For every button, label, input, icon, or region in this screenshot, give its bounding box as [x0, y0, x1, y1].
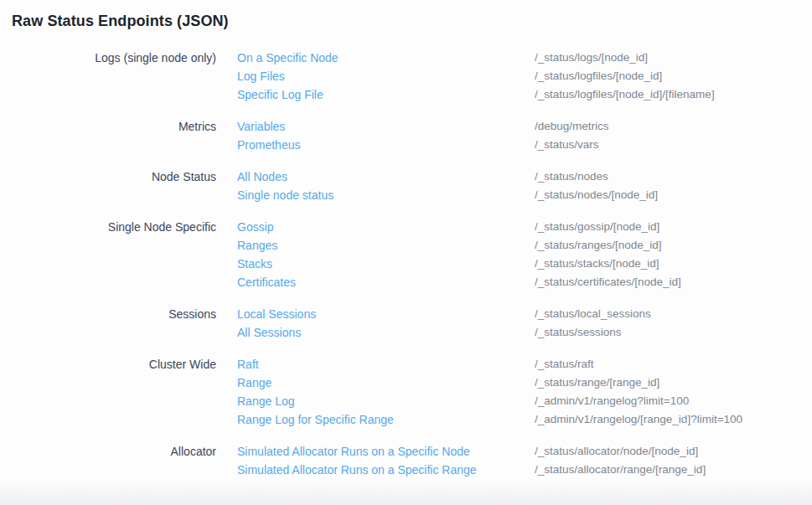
links-column: All NodesSingle node status: [237, 167, 514, 204]
endpoint-section: Node StatusAll NodesSingle node status/_…: [0, 167, 812, 204]
endpoint-path: /_status/certificates/[node_id]: [535, 273, 812, 291]
endpoint-path: /_status/allocator/node/[node_id]: [535, 442, 812, 461]
endpoint-path: /_status/gossip/[node_id]: [535, 218, 812, 236]
paths-column: /_status/gossip/[node_id]/_status/ranges…: [535, 218, 812, 291]
endpoint-path: /_status/nodes/[node_id]: [535, 186, 812, 204]
endpoint-link[interactable]: Single node status: [237, 186, 334, 204]
endpoint-path: /_status/logs/[node_id]: [535, 49, 812, 67]
category-label: Metrics: [0, 117, 216, 154]
endpoint-link[interactable]: Prometheus: [237, 136, 300, 154]
endpoint-path: /_status/allocator/range/[range_id]: [535, 461, 812, 479]
paths-column: /debug/metrics/_status/vars: [535, 117, 812, 154]
links-column: VariablesPrometheus: [237, 117, 514, 154]
category-label: Node Status: [0, 167, 216, 204]
endpoint-path: /_status/logfiles/[node_id]: [535, 67, 812, 85]
paths-column: /_status/logs/[node_id]/_status/logfiles…: [535, 49, 812, 104]
page-title: Raw Status Endpoints (JSON): [0, 0, 812, 31]
paths-column: /_status/raft/_status/range/[range_id]/_…: [535, 355, 812, 429]
endpoint-path: /_status/vars: [535, 136, 812, 154]
endpoint-link[interactable]: All Nodes: [237, 167, 287, 186]
category-label: Cluster Wide: [0, 355, 216, 429]
category-label: Sessions: [0, 305, 216, 342]
endpoint-section: Single Node SpecificGossipRangesStacksCe…: [0, 218, 812, 291]
category-label: Logs (single node only): [0, 49, 216, 104]
endpoint-link[interactable]: Range Log: [237, 392, 295, 410]
paths-column: /_status/allocator/node/[node_id]/_statu…: [535, 442, 812, 479]
paths-column: /_status/local_sessions/_status/sessions: [535, 305, 812, 342]
endpoint-path: /_status/sessions: [535, 323, 812, 342]
links-column: On a Specific NodeLog FilesSpecific Log …: [237, 49, 514, 104]
paths-column: /_status/nodes/_status/nodes/[node_id]: [535, 167, 812, 204]
links-column: Local SessionsAll Sessions: [237, 305, 514, 342]
endpoint-link[interactable]: Ranges: [237, 236, 277, 255]
category-label: Allocator: [0, 442, 216, 479]
endpoint-section: SessionsLocal SessionsAll Sessions/_stat…: [0, 305, 812, 342]
endpoint-path: /_status/stacks/[node_id]: [535, 255, 812, 273]
endpoint-link[interactable]: Range Log for Specific Range: [237, 410, 394, 429]
endpoints-list: Logs (single node only)On a Specific Nod…: [0, 49, 812, 479]
endpoint-path: /_status/ranges/[node_id]: [535, 236, 812, 255]
links-column: Simulated Allocator Runs on a Specific N…: [237, 442, 514, 479]
endpoint-link[interactable]: Gossip: [237, 218, 274, 236]
endpoint-link[interactable]: Stacks: [237, 255, 272, 273]
endpoint-section: MetricsVariablesPrometheus/debug/metrics…: [0, 117, 812, 154]
endpoint-section: Logs (single node only)On a Specific Nod…: [0, 49, 812, 104]
links-column: RaftRangeRange LogRange Log for Specific…: [237, 355, 514, 429]
endpoint-link[interactable]: All Sessions: [237, 323, 301, 342]
endpoint-link[interactable]: Log Files: [237, 67, 285, 85]
endpoint-path: /_admin/v1/rangelog/[range_id]?limit=100: [535, 410, 812, 429]
endpoint-link[interactable]: On a Specific Node: [237, 49, 339, 67]
endpoint-path: /debug/metrics: [535, 117, 812, 136]
endpoint-link[interactable]: Simulated Allocator Runs on a Specific R…: [237, 461, 477, 479]
endpoint-path: /_status/nodes: [535, 167, 812, 186]
endpoint-path: /_admin/v1/rangelog?limit=100: [535, 392, 812, 410]
endpoint-link[interactable]: Specific Log File: [237, 85, 323, 104]
endpoint-link[interactable]: Local Sessions: [237, 305, 316, 323]
endpoint-link[interactable]: Simulated Allocator Runs on a Specific N…: [237, 442, 470, 461]
endpoint-section: Cluster WideRaftRangeRange LogRange Log …: [0, 355, 812, 429]
endpoint-path: /_status/local_sessions: [535, 305, 812, 323]
endpoint-section: AllocatorSimulated Allocator Runs on a S…: [0, 442, 812, 479]
category-label: Single Node Specific: [0, 218, 216, 291]
endpoint-link[interactable]: Certificates: [237, 273, 296, 291]
endpoint-link[interactable]: Raft: [237, 355, 259, 374]
endpoint-path: /_status/logfiles/[node_id]/[filename]: [535, 85, 812, 104]
endpoint-path: /_status/range/[range_id]: [535, 374, 812, 392]
endpoint-link[interactable]: Range: [237, 374, 272, 392]
footer-shade: [0, 480, 812, 505]
endpoint-link[interactable]: Variables: [237, 117, 285, 136]
endpoint-path: /_status/raft: [535, 355, 812, 374]
links-column: GossipRangesStacksCertificates: [237, 218, 514, 291]
